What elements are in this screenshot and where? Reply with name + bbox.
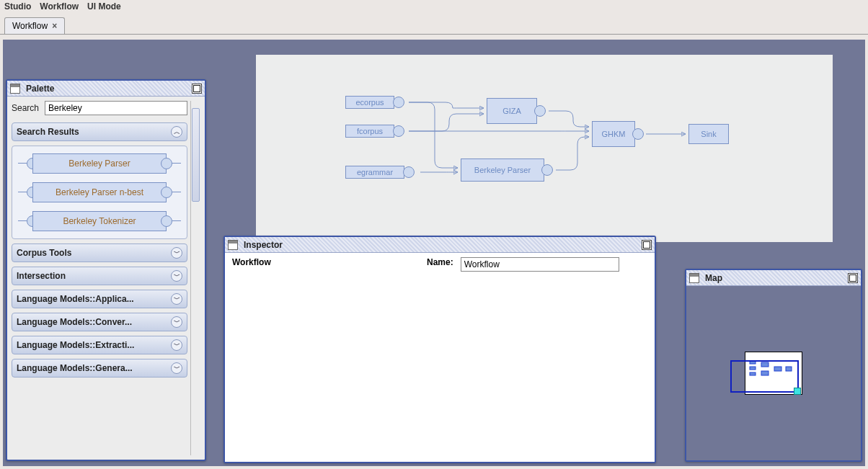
close-icon[interactable]: × bbox=[52, 21, 57, 31]
inspector-name-label: Name: bbox=[427, 257, 453, 267]
diagram-wires bbox=[256, 55, 833, 242]
node-ghkm[interactable]: GHKM bbox=[592, 121, 635, 147]
search-label: Search bbox=[12, 103, 39, 113]
chevron-down-icon[interactable]: ﹀ bbox=[171, 316, 182, 328]
menubar: Studio Workflow UI Mode bbox=[0, 0, 868, 13]
scrollbar-thumb[interactable] bbox=[192, 108, 200, 202]
palette-item[interactable]: Berkeley Parser n-best bbox=[18, 182, 181, 202]
tabbar: Workflow × bbox=[0, 17, 868, 35]
inspector-titlebar[interactable]: Inspector bbox=[225, 237, 655, 253]
port-fcorpus-out[interactable] bbox=[393, 125, 404, 137]
category-lm-extract[interactable]: Language Models::Extracti... ﹀ bbox=[12, 336, 187, 354]
tab-label: Workflow bbox=[12, 21, 48, 31]
palette-title: Palette bbox=[26, 84, 189, 94]
port-ecorpus-out[interactable] bbox=[393, 97, 404, 108]
menu-studio[interactable]: Studio bbox=[4, 1, 31, 12]
palette-scrollbar[interactable] bbox=[190, 101, 200, 455]
search-input[interactable] bbox=[45, 101, 187, 115]
category-lm-genera[interactable]: Language Models::Genera... ﹀ bbox=[12, 359, 187, 378]
palette-item[interactable]: Berkeley Tokenizer bbox=[18, 211, 181, 231]
map-title: Map bbox=[705, 273, 845, 283]
map-viewport[interactable] bbox=[730, 360, 799, 393]
menu-uimode[interactable]: UI Mode bbox=[87, 1, 121, 12]
map-titlebar[interactable]: Map bbox=[686, 270, 861, 286]
node-berkeley[interactable]: Berkeley Parser bbox=[461, 158, 544, 182]
inspector-title: Inspector bbox=[244, 240, 639, 250]
chevron-down-icon[interactable]: ﹀ bbox=[171, 339, 182, 351]
chevron-down-icon[interactable]: ﹀ bbox=[171, 362, 182, 374]
category-intersection[interactable]: Intersection ﹀ bbox=[12, 267, 187, 285]
maximize-icon[interactable] bbox=[848, 273, 858, 283]
menu-workflow[interactable]: Workflow bbox=[40, 1, 79, 12]
palette-panel: Palette Search Search Results ︿ Berkeley… bbox=[6, 79, 206, 461]
inspector-panel: Inspector Workflow Name: bbox=[223, 236, 656, 463]
port-giza-out[interactable] bbox=[534, 105, 546, 117]
palette-titlebar[interactable]: Palette bbox=[7, 81, 205, 97]
map-resize-handle[interactable] bbox=[794, 388, 801, 395]
tab-workflow[interactable]: Workflow × bbox=[4, 17, 65, 34]
maximize-icon[interactable] bbox=[642, 240, 652, 250]
inspector-name-input[interactable] bbox=[461, 257, 619, 272]
search-results-header[interactable]: Search Results ︿ bbox=[12, 122, 187, 141]
port-ghkm-out[interactable] bbox=[632, 128, 644, 140]
node-egrammar[interactable]: egrammar bbox=[345, 166, 404, 179]
chevron-up-icon[interactable]: ︿ bbox=[171, 126, 182, 138]
palette-item[interactable]: Berkeley Parser bbox=[18, 153, 181, 174]
palette-search-row: Search bbox=[12, 101, 187, 115]
map-body[interactable] bbox=[686, 286, 861, 460]
node-sink[interactable]: Sink bbox=[688, 124, 729, 144]
maximize-icon[interactable] bbox=[192, 84, 202, 94]
port-egrammar-out[interactable] bbox=[403, 166, 415, 178]
node-fcorpus[interactable]: fcorpus bbox=[345, 125, 394, 138]
search-results-label: Search Results bbox=[17, 127, 79, 137]
chevron-down-icon[interactable]: ﹀ bbox=[171, 293, 182, 305]
diagram-area[interactable]: ecorpus fcorpus egrammar GIZA Berkeley P… bbox=[256, 55, 833, 242]
category-lm-applica[interactable]: Language Models::Applica... ﹀ bbox=[12, 290, 187, 308]
category-corpus-tools[interactable]: Corpus Tools ﹀ bbox=[12, 244, 187, 262]
port-berkeley-out[interactable] bbox=[541, 164, 553, 176]
node-ecorpus[interactable]: ecorpus bbox=[345, 96, 394, 109]
search-results-box: Berkeley Parser Berkeley Parser n-best B… bbox=[12, 146, 187, 239]
node-giza[interactable]: GIZA bbox=[487, 98, 537, 124]
inspector-selected: Workflow bbox=[225, 253, 420, 462]
chevron-down-icon[interactable]: ﹀ bbox=[171, 270, 182, 282]
chevron-down-icon[interactable]: ﹀ bbox=[171, 247, 182, 259]
map-panel: Map bbox=[685, 269, 862, 462]
window-icon bbox=[10, 84, 20, 94]
window-icon bbox=[689, 273, 699, 283]
category-lm-conver[interactable]: Language Models::Conver... ﹀ bbox=[12, 313, 187, 331]
window-icon bbox=[228, 240, 238, 250]
